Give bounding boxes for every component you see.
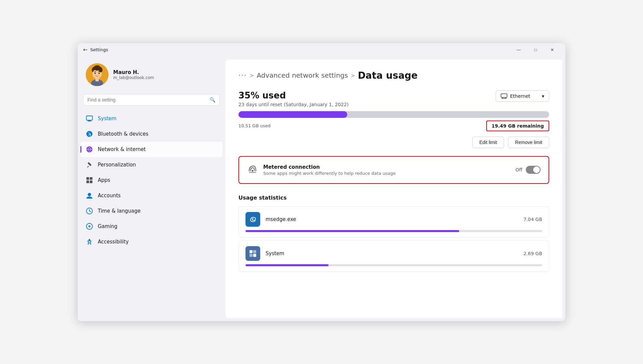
edge-app-name: msedge.exe: [266, 216, 518, 222]
svg-point-8: [98, 73, 100, 74]
system-progress-fill: [245, 264, 329, 266]
sidebar-item-bluetooth-label: Bluetooth & devices: [98, 131, 148, 137]
breadcrumb-link[interactable]: Advanced network settings: [257, 71, 348, 79]
progress-section: 10.51 GB used 19.49 GB remaining: [238, 111, 549, 131]
svg-point-27: [89, 239, 90, 240]
sidebar-item-gaming-label: Gaming: [98, 223, 118, 229]
sidebar-item-system[interactable]: System: [80, 111, 222, 126]
buttons-row: Edit limit Remove limit: [238, 137, 549, 148]
ethernet-dropdown[interactable]: Ethernet ▾: [496, 90, 549, 102]
sidebar-item-gaming[interactable]: Gaming: [80, 219, 222, 234]
sidebar-item-accessibility[interactable]: Accessibility: [80, 234, 222, 249]
gaming-icon: [86, 223, 93, 230]
sidebar-item-personalization[interactable]: Personalization: [80, 157, 222, 172]
progress-labels: 10.51 GB used 19.49 GB remaining: [238, 121, 549, 131]
maximize-button[interactable]: □: [528, 45, 543, 55]
titlebar: ← Settings — □ ✕: [78, 43, 565, 57]
sidebar-item-time[interactable]: Time & language: [80, 203, 222, 219]
user-info: Mauro H. m_lab@outlook.com: [113, 69, 154, 80]
svg-rect-35: [249, 250, 253, 253]
svg-rect-34: [248, 249, 258, 258]
sidebar-item-apps[interactable]: Apps: [80, 172, 222, 188]
svg-rect-6: [95, 78, 99, 81]
svg-line-23: [89, 211, 91, 212]
svg-rect-37: [249, 254, 253, 257]
svg-rect-9: [86, 116, 92, 120]
search-box[interactable]: 🔍: [83, 94, 220, 105]
main-content: ··· > Advanced network settings > Data u…: [225, 59, 563, 318]
svg-rect-38: [253, 254, 256, 257]
sidebar-item-accessibility-label: Accessibility: [98, 239, 129, 245]
system-icon: [86, 115, 93, 122]
svg-rect-11: [87, 121, 91, 122]
metered-connection-box: Metered connection Some apps might work …: [238, 156, 549, 184]
progress-bar-bg: [238, 111, 549, 118]
svg-rect-18: [86, 180, 89, 183]
progress-bar-fill: [238, 111, 347, 118]
app-item-edge: msedge.exe 7.04 GB: [238, 206, 549, 238]
sidebar-item-accounts-label: Accounts: [98, 193, 121, 199]
svg-rect-17: [90, 177, 92, 180]
breadcrumb-sep2: >: [351, 72, 355, 79]
content-area: Mauro H. m_lab@outlook.com 🔍: [78, 57, 565, 321]
sidebar-item-apps-label: Apps: [98, 177, 110, 183]
bluetooth-icon: [86, 130, 93, 138]
breadcrumb-dots[interactable]: ···: [238, 71, 247, 79]
apps-icon: [86, 176, 93, 184]
breadcrumb-current: Data usage: [358, 70, 418, 81]
remove-limit-button[interactable]: Remove limit: [508, 137, 549, 148]
sidebar-item-time-label: Time & language: [98, 208, 141, 214]
personalization-icon: [86, 161, 93, 168]
accounts-icon: [86, 192, 93, 199]
svg-point-12: [86, 131, 92, 137]
close-button[interactable]: ✕: [545, 45, 560, 55]
svg-rect-16: [86, 177, 89, 180]
metered-text: Metered connection Some apps might work …: [263, 164, 510, 176]
back-icon[interactable]: ←: [83, 47, 87, 53]
sidebar-item-personalization-label: Personalization: [98, 162, 136, 168]
app-row-edge: msedge.exe 7.04 GB: [245, 212, 542, 227]
sidebar-item-network-label: Network & internet: [98, 146, 146, 152]
minimize-button[interactable]: —: [511, 45, 526, 55]
ethernet-label: Ethernet: [510, 93, 530, 99]
user-name: Mauro H.: [113, 69, 154, 75]
system-progress-bg: [245, 264, 542, 266]
metered-toggle[interactable]: [526, 166, 541, 174]
sidebar-item-accounts[interactable]: Accounts: [80, 188, 222, 203]
sidebar-item-bluetooth[interactable]: Bluetooth & devices: [80, 126, 222, 142]
svg-point-20: [88, 193, 91, 196]
svg-point-33: [248, 215, 258, 224]
edit-limit-button[interactable]: Edit limit: [472, 137, 504, 148]
edge-progress-fill: [245, 230, 459, 232]
breadcrumb-sep1: >: [249, 72, 254, 79]
search-input[interactable]: [87, 97, 207, 102]
svg-rect-15: [87, 162, 91, 166]
usage-statistics-section: Usage statistics msedge.exe 7.04 GB: [238, 195, 549, 272]
time-icon: [86, 207, 93, 215]
app-item-system: System 2.69 GB: [238, 240, 549, 272]
titlebar-title: Settings: [90, 47, 108, 52]
network-icon: [86, 146, 93, 153]
svg-point-26: [89, 226, 90, 227]
sidebar-item-network[interactable]: Network & internet: [80, 142, 222, 157]
stats-title: Usage statistics: [238, 195, 549, 201]
dropdown-chevron-icon: ▾: [542, 93, 544, 99]
system-app-size: 2.69 GB: [523, 251, 542, 256]
sidebar-nav: System Bluetooth & devices: [78, 111, 225, 249]
metered-title: Metered connection: [263, 164, 510, 170]
ethernet-icon: [501, 93, 507, 99]
svg-rect-28: [501, 94, 507, 97]
edge-app-size: 7.04 GB: [523, 217, 542, 222]
metered-desc: Some apps might work differently to help…: [263, 171, 510, 176]
breadcrumb: ··· > Advanced network settings > Data u…: [238, 70, 549, 81]
metered-connection-icon: [247, 163, 258, 176]
app-row-system: System 2.69 GB: [245, 246, 542, 261]
svg-point-32: [252, 170, 254, 171]
settings-window: ← Settings — □ ✕: [78, 43, 565, 321]
edge-app-icon: [245, 212, 260, 227]
user-email: m_lab@outlook.com: [113, 75, 154, 80]
accessibility-icon: [86, 238, 93, 245]
svg-rect-36: [253, 250, 256, 253]
system-app-name: System: [266, 250, 518, 257]
toggle-area: Off: [515, 166, 541, 174]
